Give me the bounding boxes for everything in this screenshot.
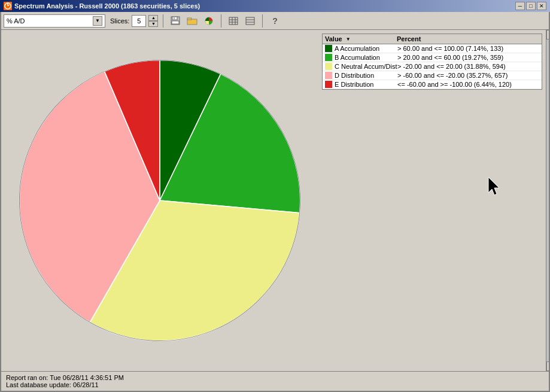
legend-color-swatch	[325, 63, 332, 70]
cursor-icon	[482, 175, 506, 199]
title-text: Spectrum Analysis - Russell 2000 (1863 s…	[14, 2, 200, 10]
legend-row: E Distribution <= -60.00 and >= -100.00 …	[323, 80, 542, 89]
legend-item-name: E Distribution	[335, 81, 397, 88]
legend-item-range: > 60.00 and <= 100.00 (7.14%, 133)	[397, 45, 539, 52]
legend-header: Value ▼ Percent	[323, 34, 542, 44]
separator-3	[262, 14, 263, 28]
scroll-down-button[interactable]: ▼	[546, 361, 549, 371]
legend-item-name: D Distribution	[335, 72, 397, 79]
chart-area	[1, 30, 318, 371]
right-panel: Value ▼ Percent A Accumulation > 60.00 a…	[318, 30, 549, 371]
close-button[interactable]: ✕	[537, 2, 546, 10]
separator-2	[221, 14, 221, 28]
slices-label: Slices:	[110, 17, 129, 25]
db-line: Last database update: 06/28/11	[6, 381, 544, 388]
cursor-area	[322, 91, 542, 367]
open-button[interactable]	[185, 14, 199, 28]
dropdown-arrow[interactable]: ▼	[93, 16, 102, 26]
save-icon	[170, 16, 181, 26]
help-icon: ?	[272, 16, 278, 26]
app-icon	[4, 2, 12, 10]
indicator-dropdown[interactable]: % A/D ▼	[4, 14, 105, 28]
footer: Report ran on: Tue 06/28/11 4:36:51 PM L…	[1, 371, 549, 391]
legend-color-swatch	[325, 72, 332, 79]
legend-item-name: C Neutral Accum/Dist	[335, 63, 397, 70]
maximize-button[interactable]: □	[526, 2, 536, 10]
pie-chart	[7, 48, 312, 353]
legend-color-swatch	[325, 54, 332, 61]
legend-header-percent: Percent	[397, 35, 539, 42]
grid-button[interactable]	[226, 14, 241, 28]
legend-row: A Accumulation > 60.00 and <= 100.00 (7.…	[323, 44, 542, 53]
legend-row: D Distribution > -60.00 and <= -20.00 (3…	[323, 71, 542, 80]
scroll-up-button[interactable]: ▲	[546, 30, 549, 39]
content-area: Value ▼ Percent A Accumulation > 60.00 a…	[1, 30, 549, 371]
svg-rect-14	[246, 17, 254, 25]
pie-chart-button[interactable]	[202, 14, 216, 28]
list-icon	[245, 16, 256, 26]
legend-table: Value ▼ Percent A Accumulation > 60.00 a…	[322, 34, 542, 90]
dropdown-value: % A/D	[7, 17, 25, 25]
spin-down[interactable]: ▼	[148, 21, 158, 27]
legend-item-range: <= -60.00 and >= -100.00 (6.44%, 120)	[397, 81, 539, 88]
spin-up[interactable]: ▲	[148, 15, 158, 21]
legend-color-swatch	[325, 81, 332, 88]
legend-color-swatch	[325, 45, 332, 52]
legend-item-name: A Accumulation	[335, 45, 397, 52]
title-bar-left: Spectrum Analysis - Russell 2000 (1863 s…	[4, 2, 200, 10]
legend-header-value: Value ▼	[325, 35, 397, 42]
title-bar-controls: ─ □ ✕	[515, 2, 546, 10]
legend-rows: A Accumulation > 60.00 and <= 100.00 (7.…	[323, 44, 542, 89]
legend-item-range: > -60.00 and <= -20.00 (35.27%, 657)	[397, 72, 539, 79]
report-line: Report ran on: Tue 06/28/11 4:36:51 PM	[6, 374, 544, 381]
legend-item-range: > 20.00 and <= 60.00 (19.27%, 359)	[397, 54, 539, 61]
legend-item-name: B Accumulation	[335, 54, 397, 61]
slices-input[interactable]	[132, 15, 146, 27]
pie-chart-icon	[203, 16, 214, 26]
svg-rect-5	[174, 17, 175, 19]
minimize-button[interactable]: ─	[515, 2, 525, 10]
help-button[interactable]: ?	[268, 14, 282, 28]
list-button[interactable]	[243, 14, 257, 28]
scrollbar[interactable]: ▲ ▼	[546, 30, 549, 371]
main-window: % A/D ▼ Slices: ▲ ▼	[0, 12, 550, 392]
grid-icon	[228, 16, 239, 26]
separator-1	[163, 14, 163, 28]
legend-panel: Value ▼ Percent A Accumulation > 60.00 a…	[318, 30, 546, 371]
legend-row: B Accumulation > 20.00 and <= 60.00 (19.…	[323, 53, 542, 62]
toolbar: % A/D ▼ Slices: ▲ ▼	[1, 12, 549, 30]
svg-rect-9	[229, 17, 238, 25]
folder-icon	[187, 16, 197, 26]
slices-spinner[interactable]: ▲ ▼	[148, 15, 158, 27]
legend-item-range: > -20.00 and <= 20.00 (31.88%, 594)	[397, 63, 539, 70]
scrollbar-track[interactable]	[546, 39, 549, 361]
sort-arrow[interactable]: ▼	[346, 37, 351, 42]
legend-row: C Neutral Accum/Dist > -20.00 and <= 20.…	[323, 62, 542, 71]
svg-rect-7	[187, 18, 192, 20]
save-button[interactable]	[168, 14, 183, 28]
svg-rect-4	[172, 21, 179, 24]
title-bar: Spectrum Analysis - Russell 2000 (1863 s…	[0, 0, 550, 12]
